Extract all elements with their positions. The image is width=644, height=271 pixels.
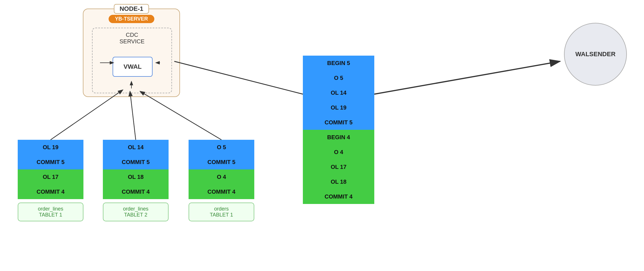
yb-tserver-badge: YB-TSERVER: [109, 15, 154, 23]
tablet2-row-4: COMMIT 4: [103, 184, 169, 199]
tablet1-stack: OL 19 COMMIT 5 OL 17 COMMIT 4: [18, 140, 83, 199]
vwal-box: VWAL: [113, 57, 153, 77]
output-row-8: OL 17: [303, 159, 374, 174]
output-row-10: COMMIT 4: [303, 189, 374, 204]
output-to-walsender-arrow: [374, 61, 560, 94]
tablet2-stack: OL 14 COMMIT 5 OL 18 COMMIT 4: [103, 140, 169, 199]
cdc-service-label: CDCSERVICE: [119, 32, 144, 45]
tablet3-row-4: COMMIT 4: [189, 184, 254, 199]
tablet2-row-3: OL 18: [103, 169, 169, 184]
output-row-7: O 4: [303, 145, 374, 159]
walsender-label: WALSENDER: [575, 50, 616, 58]
tablet3-row-2: COMMIT 5: [189, 155, 254, 169]
tablet3-label: orders TABLET 1: [189, 203, 254, 221]
output-row-1: BEGIN 5: [303, 56, 374, 70]
output-row-9: OL 18: [303, 174, 374, 189]
tablet1-label: order_lines TABLET 1: [18, 203, 83, 221]
tablet1-row-4: COMMIT 4: [18, 184, 83, 199]
vwal-to-output-arrow: [174, 61, 303, 94]
tablet3-row-3: O 4: [189, 169, 254, 184]
tablet2-row-1: OL 14: [103, 140, 169, 155]
tablet1-name: order_lines: [24, 206, 77, 212]
tablet1-id: TABLET 1: [24, 212, 77, 218]
diagram-container: NODE-1 YB-TSERVER CDCSERVICE VWAL OL 19 …: [0, 0, 644, 271]
output-stack: BEGIN 5 O 5 OL 14 OL 19 COMMIT 5 BEGIN 4…: [303, 56, 374, 204]
tablet3-stack: O 5 COMMIT 5 O 4 COMMIT 4: [189, 140, 254, 199]
tablet2-label: order_lines TABLET 2: [103, 203, 169, 221]
tablet1-row-1: OL 19: [18, 140, 83, 155]
output-row-5: COMMIT 5: [303, 115, 374, 130]
tablet1-row-3: OL 17: [18, 169, 83, 184]
output-row-3: OL 14: [303, 85, 374, 100]
node1-label: NODE-1: [114, 4, 149, 14]
tablet1-row-2: COMMIT 5: [18, 155, 83, 169]
cdc-service-box: CDCSERVICE VWAL: [92, 28, 172, 93]
vwal-label: VWAL: [123, 63, 142, 70]
output-row-2: O 5: [303, 70, 374, 85]
tablet3-row-1: O 5: [189, 140, 254, 155]
tablet2-id: TABLET 2: [109, 212, 162, 218]
tablet3-id: TABLET 1: [195, 212, 248, 218]
output-row-4: OL 19: [303, 100, 374, 115]
tablet2-row-2: COMMIT 5: [103, 155, 169, 169]
tablet3-to-vwal-arrow: [140, 91, 221, 140]
tablet2-name: order_lines: [109, 206, 162, 212]
node1-box: NODE-1 YB-TSERVER CDCSERVICE VWAL: [83, 9, 180, 97]
output-row-6: BEGIN 4: [303, 130, 374, 145]
walsender-circle: WALSENDER: [564, 23, 627, 86]
tablet2-to-vwal-arrow: [130, 91, 136, 140]
tablet3-name: orders: [195, 206, 248, 212]
tablet1-to-vwal-arrow: [51, 90, 123, 140]
